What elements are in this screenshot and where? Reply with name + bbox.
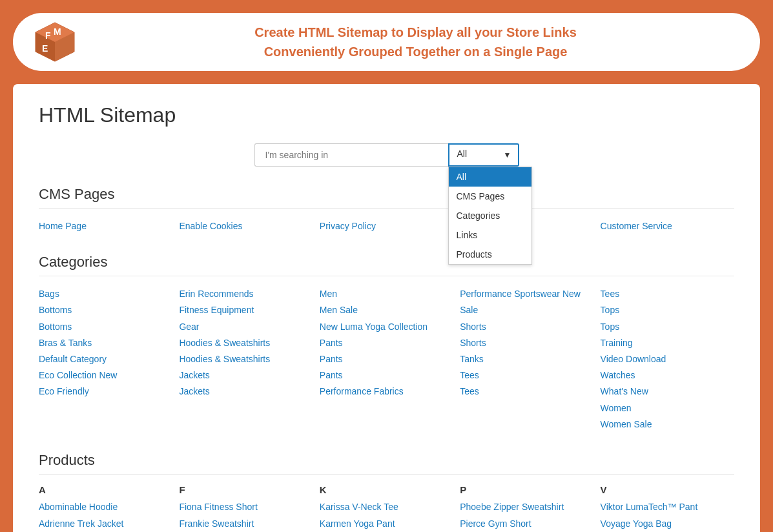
cat-tees-1[interactable]: Tees <box>460 367 593 384</box>
banner-line2: Conveniently Grouped Together on a Singl… <box>90 42 741 61</box>
cat-col-2: Erin Recommends Fitness Equipment Gear H… <box>179 286 313 433</box>
cat-jackets-2[interactable]: Jackets <box>179 384 313 400</box>
product-letter-p: P <box>460 484 593 495</box>
cms-link-enable-cookies[interactable]: Enable Cookies <box>179 218 313 234</box>
cat-perf-sportswear[interactable]: Performance Sportswear New <box>460 286 593 302</box>
dropdown-option-categories[interactable]: Categories <box>449 206 531 225</box>
products-section: Products A Abominable Hoodie Adrienne Tr… <box>39 452 734 532</box>
products-grid: A Abominable Hoodie Adrienne Trek Jacket… <box>39 484 734 532</box>
cat-shorts-1[interactable]: Shorts <box>460 319 593 335</box>
cat-hoodies-2[interactable]: Hoodies & Sweatshirts <box>179 351 313 367</box>
dropdown-option-cms[interactable]: CMS Pages <box>449 187 531 206</box>
product-col-a: A Abominable Hoodie Adrienne Trek Jacket <box>39 484 172 532</box>
svg-text:F: F <box>45 30 51 41</box>
dropdown-wrapper: All ▼ All CMS Pages Categories Links Pro… <box>448 143 519 167</box>
cat-col-3: Men Men Sale New Luma Yoga Collection Pa… <box>320 286 453 433</box>
cat-women-sale[interactable]: Women Sale <box>601 416 734 433</box>
cat-jackets-1[interactable]: Jackets <box>179 367 313 384</box>
cat-bags[interactable]: Bags <box>39 286 172 302</box>
cat-sale[interactable]: Sale <box>460 302 593 318</box>
cat-col-1: Bags Bottoms Bottoms Bras & Tanks Defaul… <box>39 286 172 433</box>
cat-women[interactable]: Women <box>601 400 734 416</box>
product-col-v: V Viktor LumaTech™ Pant Voyage Yoga Bag <box>601 484 734 532</box>
product-pierce-gym[interactable]: Pierce Gym Short <box>460 515 593 532</box>
product-letter-v: V <box>601 484 734 495</box>
product-karissa-tee[interactable]: Karissa V-Neck Tee <box>320 498 453 516</box>
product-col-k: K Karissa V-Neck Tee Karmen Yoga Pant <box>320 484 453 532</box>
cat-watches[interactable]: Watches <box>601 367 734 384</box>
svg-text:M: M <box>54 26 61 37</box>
cat-gear[interactable]: Gear <box>179 319 313 335</box>
cat-eco-friendly[interactable]: Eco Friendly <box>39 384 172 400</box>
cms-link-customer-service[interactable]: Customer Service <box>601 218 734 234</box>
dropdown-option-products[interactable]: Products <box>449 245 531 264</box>
cat-bottoms-1[interactable]: Bottoms <box>39 302 172 318</box>
categories-grid: Bags Bottoms Bottoms Bras & Tanks Defaul… <box>39 286 734 433</box>
cat-performance-fabrics[interactable]: Performance Fabrics <box>320 384 453 400</box>
cat-training[interactable]: Training <box>601 335 734 351</box>
dropdown-menu: All CMS Pages Categories Links Products <box>448 167 532 265</box>
cat-default-category[interactable]: Default Category <box>39 351 172 367</box>
cat-hoodies-1[interactable]: Hoodies & Sweatshirts <box>179 335 313 351</box>
product-letter-f: F <box>179 484 313 495</box>
cat-men[interactable]: Men <box>320 286 453 302</box>
page-title: HTML Sitemap <box>39 103 734 127</box>
product-karmen-yoga[interactable]: Karmen Yoga Pant <box>320 515 453 532</box>
cms-link-privacy-policy[interactable]: Privacy Policy <box>320 218 453 234</box>
product-letter-a: A <box>39 484 172 495</box>
cat-eco-collection[interactable]: Eco Collection New <box>39 367 172 384</box>
cat-new-luma[interactable]: New Luma Yoga Collection <box>320 319 453 335</box>
product-col-p: P Phoebe Zipper Sweatshirt Pierce Gym Sh… <box>460 484 593 532</box>
cat-tops-2[interactable]: Tops <box>601 319 734 335</box>
product-viktor-luma[interactable]: Viktor LumaTech™ Pant <box>601 498 734 516</box>
banner-line1: Create HTML Sitemap to Display all your … <box>90 23 741 42</box>
product-phoebe-zipper[interactable]: Phoebe Zipper Sweatshirt <box>460 498 593 516</box>
product-col-f: F Fiona Fitness Short Frankie Sweatshirt <box>179 484 313 532</box>
product-frankie-sweatshirt[interactable]: Frankie Sweatshirt <box>179 515 313 532</box>
header-banner: F M E Create HTML Sitemap to Display all… <box>13 13 760 71</box>
cat-col-5: Tees Tops Tops Training Video Download W… <box>601 286 734 433</box>
svg-text:E: E <box>42 43 48 54</box>
cat-video-download[interactable]: Video Download <box>601 351 734 367</box>
cms-pages-title: CMS Pages <box>39 186 734 209</box>
banner-text: Create HTML Sitemap to Display all your … <box>90 23 741 61</box>
cms-links-grid: Home Page Enable Cookies Privacy Policy … <box>39 218 734 234</box>
cat-men-sale[interactable]: Men Sale <box>320 302 453 318</box>
cat-bottoms-2[interactable]: Bottoms <box>39 319 172 335</box>
dropdown-option-links[interactable]: Links <box>449 225 531 245</box>
cat-pants-3[interactable]: Pants <box>320 367 453 384</box>
search-input[interactable] <box>254 143 448 167</box>
cat-pants-2[interactable]: Pants <box>320 351 453 367</box>
cat-bras-tanks[interactable]: Bras & Tanks <box>39 335 172 351</box>
dropdown-option-all[interactable]: All <box>449 167 531 187</box>
cat-tanks[interactable]: Tanks <box>460 351 593 367</box>
categories-title: Categories <box>39 254 734 276</box>
product-fiona-fitness[interactable]: Fiona Fitness Short <box>179 498 313 516</box>
product-abominable-hoodie[interactable]: Abominable Hoodie <box>39 498 172 516</box>
cat-col-4: Performance Sportswear New Sale Shorts S… <box>460 286 593 433</box>
product-letter-k: K <box>320 484 453 495</box>
cat-fitness-equip[interactable]: Fitness Equipment <box>179 302 313 318</box>
cat-whats-new[interactable]: What's New <box>601 384 734 400</box>
cat-erin[interactable]: Erin Recommends <box>179 286 313 302</box>
categories-section: Categories Bags Bottoms Bottoms Bras & T… <box>39 254 734 433</box>
cat-shorts-2[interactable]: Shorts <box>460 335 593 351</box>
search-bar: All ▼ All CMS Pages Categories Links Pro… <box>39 143 734 167</box>
cat-pants-1[interactable]: Pants <box>320 335 453 351</box>
logo: F M E <box>32 19 77 65</box>
products-title: Products <box>39 452 734 475</box>
cat-tops-1[interactable]: Tops <box>601 302 734 318</box>
cms-pages-section: CMS Pages Home Page Enable Cookies Priva… <box>39 186 734 234</box>
main-card: HTML Sitemap All ▼ All CMS Pages Categor… <box>13 84 760 532</box>
product-voyage-yoga[interactable]: Voyage Yoga Bag <box>601 515 734 532</box>
dropdown-selected-value: All <box>457 148 468 159</box>
product-adrienne-trek[interactable]: Adrienne Trek Jacket <box>39 515 172 532</box>
dropdown-button[interactable]: All ▼ <box>448 143 519 167</box>
dropdown-arrow-icon: ▼ <box>504 150 511 159</box>
cat-tees-3[interactable]: Tees <box>601 286 734 302</box>
cms-link-homepage[interactable]: Home Page <box>39 218 172 234</box>
cat-tees-2[interactable]: Tees <box>460 384 593 400</box>
